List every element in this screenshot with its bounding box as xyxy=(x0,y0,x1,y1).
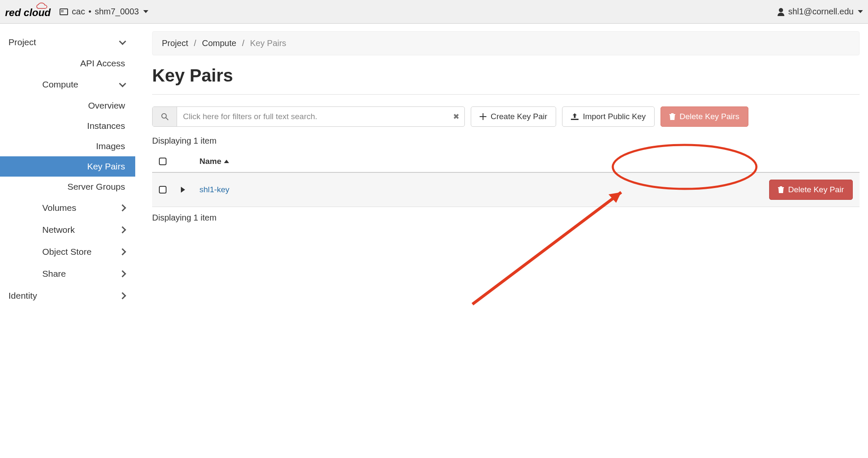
project-org: cac xyxy=(72,7,85,16)
sidebar-item-label: Project xyxy=(8,37,36,47)
caret-down-icon xyxy=(858,10,863,13)
button-label: Delete Key Pairs xyxy=(680,112,740,121)
svg-line-8 xyxy=(166,118,168,120)
import-public-key-button[interactable]: Import Public Key xyxy=(562,106,655,127)
item-count-top: Displaying 1 item xyxy=(152,136,860,146)
project-dot: • xyxy=(88,7,91,16)
logo[interactable]: red cloud xyxy=(5,5,51,19)
top-bar-left: red cloud cac • shm7_0003 xyxy=(5,5,148,19)
project-name: shm7_0003 xyxy=(95,7,139,16)
main-content: Project / Compute / Key Pairs Key Pairs … xyxy=(135,24,868,307)
breadcrumb-project[interactable]: Project xyxy=(162,38,188,48)
item-count-bottom: Displaying 1 item xyxy=(152,213,860,223)
search-icon xyxy=(153,107,177,126)
button-label: Delete Key Pair xyxy=(788,185,844,194)
trash-icon xyxy=(669,113,675,120)
sidebar-item-images[interactable]: Images xyxy=(0,136,135,156)
button-label: Import Public Key xyxy=(583,112,646,121)
sidebar-item-key-pairs[interactable]: Key Pairs xyxy=(0,156,135,177)
server-icon xyxy=(59,8,68,16)
cloud-icon xyxy=(35,3,54,11)
breadcrumb-current: Key Pairs xyxy=(250,38,287,48)
search-input[interactable] xyxy=(177,107,448,126)
sidebar-item-label: Network xyxy=(42,225,75,235)
upload-icon xyxy=(571,113,579,120)
sidebar-item-volumes[interactable]: Volumes xyxy=(0,197,135,219)
user-menu[interactable]: shl1@cornell.edu xyxy=(777,7,863,16)
project-selector[interactable]: cac • shm7_0003 xyxy=(59,7,148,16)
breadcrumb-sep: / xyxy=(194,38,197,48)
divider xyxy=(152,94,860,95)
svg-point-6 xyxy=(779,8,783,12)
sidebar-item-project[interactable]: Project xyxy=(0,31,135,53)
create-key-pair-button[interactable]: Create Key Pair xyxy=(471,106,556,127)
sort-asc-icon xyxy=(224,160,229,163)
key-pair-name-link[interactable]: shl1-key xyxy=(199,185,229,194)
table-row: shl1-key Delete Key Pair xyxy=(152,173,860,207)
sidebar-item-network[interactable]: Network xyxy=(0,219,135,241)
user-icon xyxy=(777,8,785,16)
breadcrumb-sep: / xyxy=(242,38,245,48)
layout: Project API Access Compute Overview Inst… xyxy=(0,24,868,307)
chevron-down-icon xyxy=(119,38,126,45)
sidebar-item-label: Share xyxy=(42,269,66,279)
sidebar-item-label: Server Groups xyxy=(67,182,125,191)
delete-key-pair-button[interactable]: Delete Key Pair xyxy=(769,180,853,200)
svg-point-7 xyxy=(161,114,166,118)
sidebar-item-instances[interactable]: Instances xyxy=(0,116,135,136)
table-header: Name xyxy=(152,151,860,173)
trash-icon xyxy=(778,186,784,193)
chevron-right-icon xyxy=(119,226,126,234)
sidebar-item-label: Identity xyxy=(8,291,37,301)
sidebar-item-label: Key Pairs xyxy=(87,161,125,171)
breadcrumb-compute[interactable]: Compute xyxy=(202,38,236,48)
sidebar-item-label: Images xyxy=(96,141,125,151)
delete-key-pairs-button[interactable]: Delete Key Pairs xyxy=(661,106,748,127)
svg-rect-3 xyxy=(63,10,63,11)
logo-text-red: red xyxy=(5,7,21,18)
sidebar-item-server-groups[interactable]: Server Groups xyxy=(0,177,135,197)
top-bar: red cloud cac • shm7_0003 shl1@cornell.e… xyxy=(0,0,868,24)
sidebar: Project API Access Compute Overview Inst… xyxy=(0,24,135,307)
caret-down-icon xyxy=(143,10,148,13)
user-email: shl1@cornell.edu xyxy=(788,7,854,16)
sidebar-item-label: Instances xyxy=(87,121,125,131)
name-column-header[interactable]: Name xyxy=(199,157,229,166)
select-all-checkbox[interactable] xyxy=(159,158,167,165)
sidebar-item-share[interactable]: Share xyxy=(0,263,135,285)
chevron-right-icon xyxy=(119,248,126,256)
button-label: Create Key Pair xyxy=(491,112,547,121)
sidebar-item-compute[interactable]: Compute xyxy=(0,74,135,95)
expand-row-button[interactable] xyxy=(181,187,185,193)
sidebar-item-identity[interactable]: Identity xyxy=(0,285,135,307)
chevron-right-icon xyxy=(119,270,126,278)
page-title: Key Pairs xyxy=(152,65,860,86)
search-box: ✖ xyxy=(152,106,465,127)
sidebar-item-overview[interactable]: Overview xyxy=(0,95,135,116)
plus-icon xyxy=(480,113,486,120)
expand-cell xyxy=(177,187,189,193)
column-label: Name xyxy=(199,157,221,166)
sidebar-item-label: Overview xyxy=(88,101,125,110)
row-checkbox[interactable] xyxy=(159,186,167,194)
svg-rect-4 xyxy=(61,11,62,12)
sidebar-item-label: API Access xyxy=(80,58,125,68)
chevron-right-icon xyxy=(119,204,126,212)
sidebar-item-api-access[interactable]: API Access xyxy=(0,53,135,74)
sidebar-item-label: Compute xyxy=(42,79,78,90)
sidebar-item-label: Object Store xyxy=(42,247,92,257)
svg-rect-5 xyxy=(63,11,63,12)
clear-search-button[interactable]: ✖ xyxy=(448,107,464,126)
breadcrumb: Project / Compute / Key Pairs xyxy=(152,31,860,55)
chevron-right-icon xyxy=(119,292,126,300)
sidebar-item-label: Volumes xyxy=(42,203,76,213)
chevron-down-icon xyxy=(119,80,126,87)
toolbar: ✖ Create Key Pair Import Public Key Dele… xyxy=(152,106,860,127)
svg-rect-2 xyxy=(61,10,62,11)
sidebar-item-object-store[interactable]: Object Store xyxy=(0,241,135,263)
